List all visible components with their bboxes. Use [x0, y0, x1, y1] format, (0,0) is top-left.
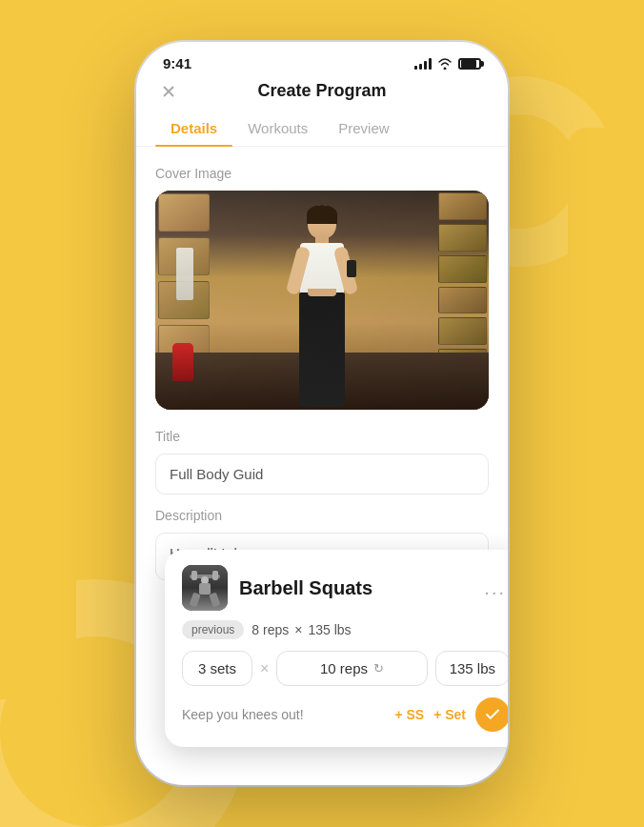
title-input[interactable] — [155, 454, 489, 494]
description-label: Description — [155, 508, 489, 523]
exercise-thumb-img — [182, 565, 228, 611]
tab-preview[interactable]: Preview — [323, 111, 404, 146]
cover-image-section: Cover Image — [155, 166, 489, 410]
header: Create Program — [136, 77, 508, 111]
add-set-button[interactable]: + Set — [433, 707, 466, 722]
exercise-name: Barbell Squats — [239, 577, 469, 599]
weight-pill[interactable]: 135 lbs — [435, 651, 508, 686]
exercise-note: Keep you knees out! — [182, 707, 394, 722]
status-icons — [414, 58, 481, 70]
tab-details[interactable]: Details — [155, 111, 232, 146]
person-silhouette — [284, 205, 360, 410]
yellow-panel-right — [568, 128, 644, 699]
title-section: Title — [155, 429, 489, 494]
action-buttons: + SS + Set — [394, 697, 508, 732]
cover-image[interactable] — [155, 191, 489, 410]
page-title: Create Program — [257, 81, 386, 101]
previous-weight: 135 lbs — [308, 622, 351, 637]
squat-figure — [190, 571, 220, 607]
sets-row: 3 sets × 10 reps ↻ 135 lbs — [182, 651, 508, 686]
tabs-container: Details Workouts Preview — [136, 111, 508, 147]
check-button[interactable] — [475, 697, 508, 732]
wifi-icon — [437, 58, 453, 70]
battery-icon — [458, 58, 481, 70]
exercise-card: Barbell Squats ... previous 8 reps × 135… — [165, 550, 508, 747]
hanging-cloth — [176, 248, 193, 300]
signal-icon — [414, 58, 432, 70]
previous-row: previous 8 reps × 135 lbs — [182, 620, 508, 639]
tab-workouts[interactable]: Workouts — [232, 111, 323, 146]
gym-photo — [155, 191, 489, 410]
sets-multiply: × — [260, 660, 269, 677]
more-options-button[interactable]: ... — [480, 574, 508, 603]
multiply-icon: × — [294, 622, 302, 637]
phone-wrapper: 9:41 — [136, 42, 508, 785]
previous-stats: 8 reps × 135 lbs — [252, 622, 351, 637]
ss-button[interactable]: + SS — [394, 707, 424, 722]
exercise-thumbnail — [182, 565, 228, 611]
sets-pill[interactable]: 3 sets — [182, 651, 252, 686]
status-bar: 9:41 — [136, 42, 508, 77]
previous-reps: 8 reps — [252, 622, 289, 637]
status-time: 9:41 — [163, 55, 191, 71]
red-bag — [172, 343, 193, 381]
refresh-icon: ↻ — [373, 661, 384, 676]
phone-frame: 9:41 — [136, 42, 508, 785]
reps-pill[interactable]: 10 reps ↻ — [276, 651, 427, 686]
title-label: Title — [155, 429, 489, 444]
cover-image-label: Cover Image — [155, 166, 489, 181]
previous-badge: previous — [182, 620, 244, 639]
exercise-header: Barbell Squats ... — [182, 565, 508, 611]
yellow-panel-left — [0, 128, 76, 699]
close-button[interactable] — [155, 78, 182, 105]
note-row: Keep you knees out! + SS + Set — [182, 697, 508, 732]
